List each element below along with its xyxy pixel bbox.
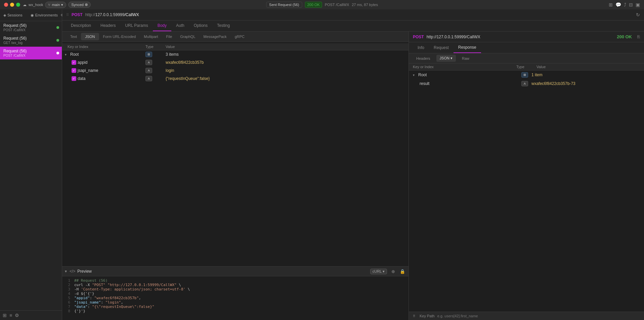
rtree-root-row[interactable]: ▾ Root ⊞ 1 item (409, 71, 644, 79)
chat-icon[interactable]: 💬 (615, 2, 621, 7)
body-tab-bar: Text JSON Form URL-Encoded Multipart Fil… (62, 32, 409, 42)
tab-testing[interactable]: Testing (212, 20, 234, 31)
right-method-label: POST (413, 35, 424, 39)
tab-body[interactable]: Body (153, 20, 171, 31)
status-indicator-0 (56, 26, 59, 29)
tree-type-jsapi-name: A (145, 68, 166, 73)
environments-button[interactable]: ◉ Environments (31, 13, 58, 17)
branch-chevron-icon: ▾ (61, 3, 63, 7)
response-tree: Key or Index Type Value ▾ Root ⊞ (409, 63, 644, 312)
key-path-icon: ⠿ (413, 314, 417, 318)
close-button[interactable] (4, 3, 8, 7)
sidebar-item-2[interactable]: Request (56) POST /CallWX (0, 47, 62, 59)
tree-value-appid[interactable]: wxafec6f8422cb357b (166, 60, 394, 65)
tree-remove-jsapi-name-btn[interactable]: − (394, 68, 399, 73)
body-tab-text[interactable]: Text (66, 33, 81, 40)
json-tree: Key or Index Type Value ▾ Root ⊞ (62, 42, 409, 266)
send-button[interactable]: ↻ (636, 12, 640, 17)
rtree-root-value: 1 item (531, 73, 640, 77)
key-path-input[interactable] (437, 314, 640, 318)
body-tab-file[interactable]: File (162, 33, 176, 40)
tree-add-appid-btn[interactable]: + (400, 60, 406, 65)
curl-dropdown[interactable]: cURL ▾ (370, 269, 387, 274)
tab-options[interactable]: Options (189, 20, 212, 31)
sidebar-bottom: ⊞ ≡ ⚙ (0, 310, 62, 320)
sidebar-item-0[interactable]: Request (56) POST /CallWX (0, 21, 62, 34)
sidebar-icon[interactable]: ▣ (636, 2, 640, 7)
synced-badge: Synced (68, 2, 91, 8)
checkbox-appid[interactable]: ✓ (72, 60, 76, 65)
code-line-2: 2 curl -X "POST" "http://127.0.0.1:59999… (65, 283, 406, 287)
body-tab-messagepack[interactable]: MessagePack (200, 33, 231, 40)
minimize-button[interactable] (10, 3, 14, 7)
rtree-row-result[interactable]: result A wxafec6f8422cb357b-73 (409, 79, 644, 88)
tree-root-add-btn[interactable]: + (400, 52, 406, 57)
preview-toggle-btn[interactable]: ▾ (65, 269, 67, 274)
tree-header-type: Type (145, 45, 166, 49)
tree-row-appid[interactable]: ✓ appid A wxafec6f8422cb357b − + (62, 58, 409, 66)
tab-auth[interactable]: Auth (171, 20, 189, 31)
body-tab-json[interactable]: JSON (81, 33, 99, 40)
share-icon[interactable]: ⤴ (624, 2, 626, 7)
tree-row-data[interactable]: ✓ data A {"requestInQueue":false} − + (62, 75, 409, 83)
settings-icon[interactable]: ⚙ (15, 313, 19, 318)
list-view-icon[interactable]: ≡ (9, 313, 12, 318)
tree-remove-appid-btn[interactable]: − (394, 60, 399, 65)
tab-url-params[interactable]: URL Params (120, 20, 153, 31)
right-tab-response[interactable]: Response (454, 42, 481, 53)
status-code-badge: 200 OK (305, 2, 322, 8)
sidebar-header: ◈ Sessions ◉ Environments + (0, 9, 62, 21)
tree-header: Key or Index Type Value (62, 43, 409, 50)
environments-icon: ◉ (31, 13, 34, 17)
right-url-bar: POST http://127.0.0.1:59999/CallWX 200 O… (409, 32, 644, 42)
tree-root-row[interactable]: ▾ Root ⊞ 3 items + (62, 50, 409, 58)
lock-preview-button[interactable]: 🔒 (399, 268, 406, 275)
tree-remove-data-btn[interactable]: − (394, 76, 399, 81)
tree-add-jsapi-name-btn[interactable]: + (400, 68, 406, 73)
tree-add-data-btn[interactable]: + (400, 76, 406, 81)
sidebar-item-1[interactable]: Request (56) GET /wx_log (0, 34, 62, 47)
rtree-root-chevron-icon: ▾ (413, 73, 417, 77)
maximize-button[interactable] (16, 3, 20, 7)
body-tab-graphql[interactable]: GraphQL (176, 33, 199, 40)
branch-badge[interactable]: ⑂ main ▾ (45, 2, 66, 8)
tab-description[interactable]: Description (66, 20, 96, 31)
request-path: POST /CallWX (325, 3, 349, 7)
code-line-8: 8 {'}'} (65, 309, 406, 313)
tree-row-jsapi-name[interactable]: ✓ jsapi_name A login − + (62, 66, 409, 75)
tab-headers[interactable]: Headers (96, 20, 120, 31)
rtree-header: Key or Index Type Value (409, 63, 644, 71)
right-copy-btn[interactable]: ⎘ (637, 34, 640, 39)
layout-icon[interactable]: ⊞ (609, 2, 613, 7)
format-tab-json[interactable]: JSON ▾ (436, 55, 456, 62)
format-tab-headers[interactable]: Headers (413, 55, 434, 62)
title-bar-center: Sent Request (56) 200 OK POST /CallWX 27… (266, 2, 378, 8)
grid-view-icon[interactable]: ⊞ (3, 313, 7, 318)
status-indicator-2 (56, 52, 59, 54)
checkbox-data[interactable]: ✓ (72, 76, 76, 81)
rtree-header-key: Key or Index (413, 65, 516, 69)
checkbox-jsapi-name[interactable]: ✓ (72, 68, 76, 73)
tree-value-jsapi-name[interactable]: login (166, 68, 394, 73)
preview-actions: cURL ▾ ⊕ 🔒 (370, 268, 406, 275)
tree-root-value: 3 items (166, 52, 400, 57)
rtree-root-key: ▾ Root (413, 73, 521, 77)
split-icon[interactable]: ⊟ (629, 2, 633, 7)
copy-icon: ⎘ (637, 34, 640, 39)
type-badge-jsapi-name: A (145, 68, 152, 73)
body-tab-grpc[interactable]: gRPC (231, 33, 249, 40)
body-tab-multipart[interactable]: Multipart (140, 33, 162, 40)
right-tab-info[interactable]: Info (413, 43, 429, 53)
url-host: 127.0.0.1:59999 (95, 12, 125, 17)
right-tab-request[interactable]: Request (429, 43, 454, 53)
app-name: ☁ wx_hook ⑂ main ▾ Synced (20, 2, 91, 8)
sessions-button[interactable]: ◈ Sessions (3, 13, 23, 17)
url-display[interactable]: http://127.0.0.1:59999/CallWX (85, 12, 633, 17)
format-tab-raw[interactable]: Raw (459, 55, 473, 62)
code-preview-area: 1 ## Request (56) 2 curl -X "POST" "http… (62, 276, 409, 320)
status-indicator-1 (56, 39, 59, 42)
copy-preview-button[interactable]: ⊕ (390, 268, 396, 275)
tree-value-data[interactable]: {"requestInQueue":false} (166, 76, 394, 81)
body-tab-form-url[interactable]: Form URL-Encoded (99, 33, 140, 40)
content-area: ⠿ POST http://127.0.0.1:59999/CallWX ↻ D… (62, 9, 644, 320)
